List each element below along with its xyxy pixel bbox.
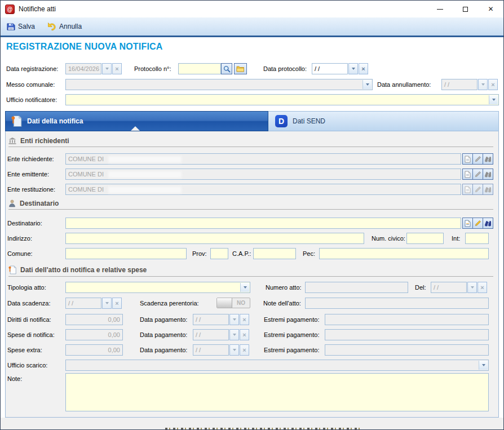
protocollo-search-button[interactable]: [221, 63, 232, 74]
edit-button: [472, 184, 483, 195]
clear-x-icon: ×: [242, 332, 246, 338]
edit-button[interactable]: [472, 218, 483, 229]
tab-dati-notifica[interactable]: Dati della notifica: [5, 111, 268, 131]
search-button[interactable]: [483, 153, 493, 165]
data-annullamento-clear-button: ×: [488, 79, 498, 90]
chevron-down-icon: [481, 83, 485, 86]
ente-richiedente-field: COMUNE DI: [65, 153, 461, 165]
prov-input[interactable]: [210, 248, 228, 259]
data-protocollo-label: Data protocollo:: [263, 63, 307, 74]
diritti-notifica-label: Diritti di notifica:: [7, 314, 51, 325]
ufficio-scarico-select: [65, 360, 489, 371]
data-pagamento-3-dropdown-button: [229, 344, 239, 356]
document-button[interactable]: [462, 153, 473, 165]
clear-x-icon: ×: [242, 347, 246, 353]
tipologia-atto-select[interactable]: [65, 282, 250, 293]
search-button[interactable]: [483, 218, 493, 229]
clipped-text-row: [165, 428, 360, 430]
chevron-down-icon: [233, 334, 236, 336]
data-pagamento-2-value: / /: [193, 329, 229, 340]
protocollo-label: Protocollo n°:: [134, 63, 171, 74]
edit-button[interactable]: [472, 153, 483, 165]
pencil-icon: [475, 171, 481, 178]
clear-x-icon: ×: [480, 285, 484, 291]
cancel-label: Annulla: [59, 23, 82, 30]
save-button[interactable]: Salva: [4, 21, 38, 33]
data-annullamento-label: Data annullamento:: [377, 79, 431, 90]
redacted-text: [108, 156, 182, 163]
data-scadenza-clear-button: ×: [112, 298, 122, 309]
clear-x-icon: ×: [491, 82, 494, 88]
active-tab-pointer: [131, 126, 140, 131]
cap-input[interactable]: [253, 248, 296, 259]
document-pin-icon: [11, 115, 22, 127]
document-pin-icon: [8, 265, 16, 274]
close-button[interactable]: ✕: [478, 1, 503, 17]
ufficio-notificatore-dropdown-button[interactable]: [489, 95, 498, 104]
chevron-down-icon: [492, 99, 496, 101]
redacted-text: [108, 171, 182, 178]
binoculars-icon: [484, 171, 492, 178]
indirizzo-input[interactable]: [65, 233, 364, 244]
ufficio-scarico-label: Ufficio scarico:: [7, 360, 47, 371]
ente-richiedente-label: Ente richiedente:: [7, 153, 54, 165]
data-registrazione-clear-button: ×: [112, 63, 122, 74]
data-registrazione-value: 16/04/2026: [65, 63, 101, 74]
destinatario-label: Destinatario:: [7, 218, 42, 229]
tab-dati-send[interactable]: D Dati SEND: [268, 111, 499, 131]
data-protocollo-value[interactable]: / /: [312, 63, 348, 74]
pec-label: Pec:: [303, 248, 315, 259]
data-pagamento-1-clear-button: ×: [240, 314, 249, 325]
send-logo-icon: D: [275, 115, 288, 127]
ufficio-notificatore-select[interactable]: [65, 94, 499, 105]
section-title: Enti richiedenti: [20, 137, 69, 145]
search-icon: [223, 65, 231, 73]
pec-input[interactable]: [319, 248, 489, 259]
note-textarea[interactable]: [65, 373, 489, 411]
note-label: Note:: [7, 373, 22, 384]
tab-bar: Dati della notifica D Dati SEND: [5, 111, 499, 131]
comune-input[interactable]: [65, 248, 187, 259]
search-button: [483, 184, 493, 195]
data-pagamento-3-clear-button: ×: [240, 344, 249, 356]
data-annullamento-value: / /: [441, 79, 478, 90]
chevron-down-icon: [233, 318, 236, 321]
chevron-down-icon: [366, 83, 369, 86]
tab-dati-send-label: Dati SEND: [293, 117, 325, 125]
minimize-button[interactable]: [427, 1, 453, 17]
data-scadenza-datepicker: / / ×: [65, 298, 122, 309]
scadenza-perentoria-label: Scadenza perentoria:: [140, 298, 199, 309]
tipologia-atto-label: Tipologia atto:: [7, 282, 46, 293]
data-protocollo-dropdown-button[interactable]: [348, 63, 358, 74]
data-protocollo-clear-button[interactable]: ×: [359, 63, 368, 74]
toolbar: Salva Annulla: [1, 17, 503, 37]
destinatario-input[interactable]: [65, 218, 461, 229]
cancel-button[interactable]: Annulla: [43, 20, 85, 33]
search-button[interactable]: [483, 169, 493, 180]
data-scadenza-label: Data scadenza:: [7, 298, 50, 309]
estremi-pagamento-label: Estremi pagamento:: [264, 314, 319, 325]
toggle-value: NO: [232, 298, 250, 308]
document-button: [462, 184, 473, 195]
maximize-button[interactable]: [453, 1, 478, 17]
messo-comunale-label: Messo comunale:: [6, 79, 55, 90]
spese-extra-label: Spese extra:: [7, 344, 42, 356]
ente-emittente-buttons: [463, 169, 493, 180]
edit-button[interactable]: [472, 169, 483, 180]
scadenza-perentoria-toggle: NO: [216, 298, 250, 308]
estremi-pagamento-2-field: [325, 329, 489, 340]
maximize-icon: [463, 7, 468, 12]
del-datepicker: / / ×: [431, 282, 487, 293]
cap-label: C.A.P.:: [232, 248, 251, 259]
window-title: Notifiche atti: [19, 5, 56, 13]
num-civico-input[interactable]: [406, 233, 444, 244]
int-label: Int:: [452, 233, 460, 244]
protocollo-input[interactable]: [178, 63, 221, 74]
tipologia-atto-dropdown-button[interactable]: [240, 283, 249, 292]
protocollo-folder-button[interactable]: [234, 63, 247, 74]
document-button[interactable]: [462, 218, 473, 229]
int-input[interactable]: [465, 233, 489, 244]
estremi-pagamento-1-field: [325, 314, 489, 325]
data-pagamento-2-datepicker: / / ×: [193, 329, 249, 340]
document-button[interactable]: [462, 169, 473, 180]
